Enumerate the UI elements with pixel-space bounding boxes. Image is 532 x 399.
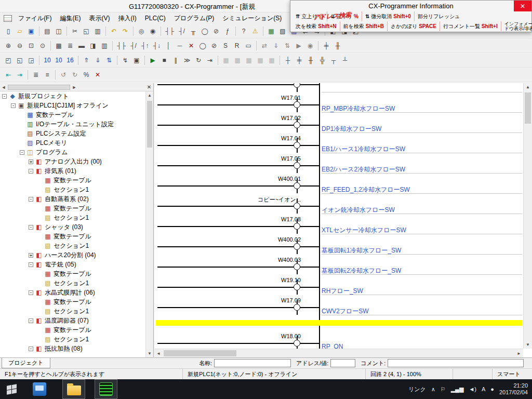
menu-item[interactable]: 表示(V) xyxy=(85,12,114,24)
ladder-canvas[interactable]: W17.01RP_MBP冷却水フローSWW17.02DP1冷却水フローSWW17… xyxy=(154,83,523,349)
ladder-rung[interactable]: W400.03基板回転2冷却水フロー_SW xyxy=(154,255,523,275)
coil-symbol[interactable] xyxy=(294,101,300,108)
scrollbar-thumb[interactable] xyxy=(147,101,152,148)
coil-symbol[interactable] xyxy=(294,223,300,230)
coil-symbol[interactable] xyxy=(294,304,300,311)
percent-tool-button[interactable]: % xyxy=(81,70,91,80)
reset-plc-button[interactable]: ↻ xyxy=(193,55,204,65)
selected-rung-highlight[interactable] xyxy=(156,320,522,326)
tree-scrollbar-thumb[interactable] xyxy=(8,85,70,90)
child-window-icon[interactable] xyxy=(4,15,12,22)
upload-button[interactable]: ⇑ xyxy=(81,55,91,65)
rung-comment-button[interactable]: ≣ xyxy=(65,41,75,51)
watch-window-button[interactable]: ▥ xyxy=(99,41,110,51)
plc-setup-button[interactable]: ▧ xyxy=(277,26,288,36)
tree-item[interactable]: -◧温度調節器 (07) xyxy=(0,316,145,325)
address-reference-button[interactable]: ◨ xyxy=(88,41,98,51)
ladder-rung[interactable]: W17.09CWV2フローSW xyxy=(154,295,523,315)
scrollbar-thumb[interactable] xyxy=(164,350,236,356)
new-window-button[interactable]: ◰ xyxy=(3,55,14,65)
tree-item[interactable]: -◧自動蒸着系 (02) xyxy=(0,194,145,204)
tree-item[interactable]: +◧ハース20分割 (04) xyxy=(0,250,145,260)
ladder-coil-button[interactable]: ◯ xyxy=(197,41,208,51)
flag-icon[interactable]: ⚐ xyxy=(441,386,446,393)
coil-symbol[interactable] xyxy=(294,162,300,169)
stop-mode-button[interactable]: ■ xyxy=(159,55,169,65)
scroll-right-button[interactable]: ► xyxy=(71,85,78,90)
transfer-compare-button[interactable]: ⇅ xyxy=(282,41,292,51)
link-label[interactable]: リンク xyxy=(408,385,426,393)
monitor-run-button[interactable]: ▶ xyxy=(294,41,304,51)
tree-vertical-scrollbar[interactable]: ▲ ▼ xyxy=(145,91,153,357)
tree-item[interactable]: ▨PLCメモリ xyxy=(0,138,145,148)
ladder-rung[interactable]: W400.02基板回転1冷却水フロー_SW xyxy=(154,234,523,255)
tree-item[interactable]: ▦変数テーブル xyxy=(0,269,145,278)
comment-field-input[interactable] xyxy=(388,359,524,367)
grid-toggle-button[interactable]: ▦ xyxy=(54,41,64,51)
coil-nc-button[interactable]: ⊘ xyxy=(211,26,221,36)
collapse-box[interactable]: - xyxy=(29,347,33,351)
ladder-coil-closed-button[interactable]: ⊘ xyxy=(209,41,219,51)
set-bit-button[interactable]: S xyxy=(220,41,231,51)
ladder-rung[interactable]: コピー~イオン...イオン銃冷却水フローSW xyxy=(154,194,523,214)
tree-item[interactable]: -◧シャッタ (03) xyxy=(0,222,145,232)
save-button[interactable]: ▣ xyxy=(26,26,36,36)
new-button[interactable]: ▯ xyxy=(3,26,14,36)
start-button[interactable] xyxy=(0,379,23,399)
undo-button[interactable]: ↶ xyxy=(109,26,119,36)
replace-button[interactable]: ◉ xyxy=(148,26,158,36)
ladder-rung[interactable]: W17.08XTLセンサー冷却水フローSW xyxy=(154,214,523,234)
tree-item[interactable]: ▤セクション1 xyxy=(0,307,145,316)
copy-button[interactable]: ◱ xyxy=(81,26,91,36)
name-field-input[interactable] xyxy=(214,359,291,367)
taskbar-app-cx-programmer[interactable] xyxy=(95,379,117,399)
help-button[interactable]: ? xyxy=(238,26,249,36)
ladder-rung[interactable]: W19.10RHフロー_SW xyxy=(154,275,523,295)
zoom-fit-button[interactable]: ⊡ xyxy=(26,41,36,51)
tree-item[interactable]: -◧排気系 (01) xyxy=(0,166,145,176)
symbol-bar-button[interactable]: ▬ xyxy=(76,41,87,51)
tree-item[interactable]: -▣新規PLC1[CJ1M] オフライン xyxy=(0,101,145,110)
ladder-rung[interactable]: W400.01RF_FEED_1,2冷却水フローSW xyxy=(154,174,523,194)
differential-up-button[interactable]: ╪ xyxy=(321,41,331,51)
vertical-line-button[interactable]: │ xyxy=(163,41,174,51)
zoom-16-button[interactable]: 16 xyxy=(65,55,75,65)
ladder-vertical-scrollbar[interactable]: ▲ ▼ xyxy=(523,83,532,349)
force-on-button[interactable]: ▦ xyxy=(221,55,231,65)
coil-symbol[interactable] xyxy=(294,203,300,209)
taskbar-app-cxone[interactable] xyxy=(28,379,51,399)
close-pane-button[interactable]: ✕ xyxy=(145,84,153,90)
expand-box[interactable]: + xyxy=(29,253,33,258)
scroll-down-button[interactable]: ▼ xyxy=(146,350,153,357)
tree-item[interactable]: ▤セクション1 xyxy=(0,335,145,344)
warning-button[interactable]: ⚠ xyxy=(250,26,260,36)
menu-item[interactable]: PLC(C) xyxy=(141,13,170,23)
force-cancel-button[interactable]: ▦ xyxy=(244,55,254,65)
tree-item[interactable]: ▤セクション1 xyxy=(0,241,145,250)
network-signal-icon[interactable]: ▂▄▆ xyxy=(451,386,464,393)
run-mode-button[interactable]: ▶ xyxy=(148,55,158,65)
scroll-down-button[interactable]: ▼ xyxy=(524,341,532,349)
coil-symbol[interactable] xyxy=(294,122,300,128)
coil-symbol[interactable] xyxy=(294,182,300,189)
tree-item[interactable]: ▦変数テーブル xyxy=(0,297,145,307)
ladder-contact-open-button[interactable]: ┤├ xyxy=(115,41,127,51)
cut-button[interactable]: ✂ xyxy=(70,26,80,36)
outdent-button[interactable]: ⇤ xyxy=(3,70,14,80)
print-preview-button[interactable]: ◫ xyxy=(54,26,64,36)
collapse-box[interactable]: - xyxy=(29,290,33,295)
rung-down-button[interactable]: ┴ xyxy=(340,55,350,65)
collapse-box[interactable]: - xyxy=(20,150,24,155)
chevron-up-icon[interactable]: ∧ xyxy=(431,386,435,393)
transfer-to-plc-button[interactable]: ⇓ xyxy=(271,41,281,51)
tray-app-icon[interactable]: ● xyxy=(490,386,494,392)
taskbar-app-explorer[interactable] xyxy=(62,379,85,399)
redo-button[interactable]: ↷ xyxy=(120,26,130,36)
tree-item[interactable]: ▦変数テーブル xyxy=(0,325,145,335)
indent-button[interactable]: ⇥ xyxy=(15,70,25,80)
scroll-left-button[interactable]: ◄ xyxy=(154,349,163,357)
tile-windows-button[interactable]: ◲ xyxy=(26,55,36,65)
volume-icon[interactable]: ◄) xyxy=(469,386,476,392)
menu-item[interactable]: ファイル(F) xyxy=(14,12,56,24)
coil-symbol[interactable] xyxy=(294,284,300,290)
